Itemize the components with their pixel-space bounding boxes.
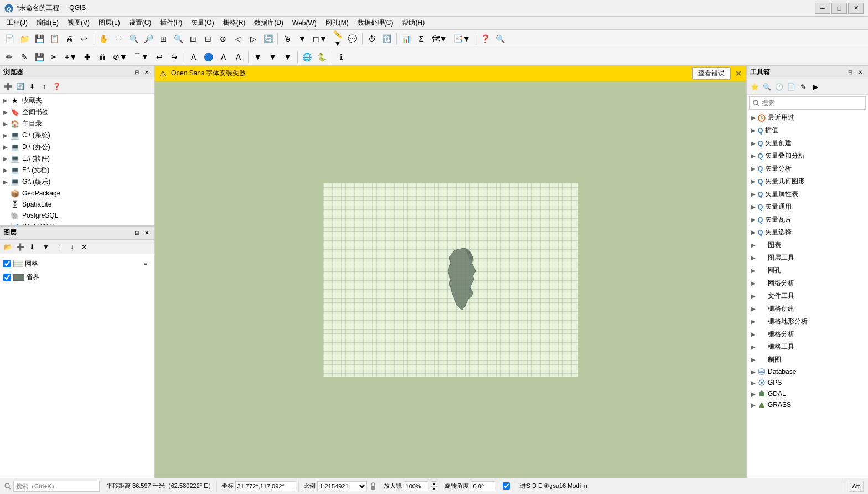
toolbox-item-cartography[interactable]: ▶ 制图 (747, 353, 868, 366)
zoom-full-button[interactable]: ⊟ (201, 32, 215, 46)
layers-float-btn[interactable]: ⊟ (132, 229, 141, 238)
browser-item-postgresql[interactable]: ▶ 🐘 PostgreSQL (0, 210, 154, 221)
toolbox-run-btn[interactable]: ▶ (810, 81, 821, 92)
zoom-in-button[interactable]: 🔍 (126, 32, 141, 46)
save-project-button[interactable]: 💾 (32, 32, 46, 46)
browser-item-spatialite[interactable]: ▶ 🗄 SpatiaLite (0, 199, 154, 210)
pan-to-button[interactable]: ↔ (111, 32, 126, 46)
toolbox-doc-btn[interactable]: 📄 (786, 81, 797, 92)
toolbox-item-charts[interactable]: ▶ 图表 (747, 239, 868, 251)
menu-mesh[interactable]: 网孔(M) (321, 17, 353, 29)
browser-collapse-btn[interactable]: ↑ (39, 81, 50, 92)
layers-add-btn[interactable]: ➕ (14, 241, 25, 253)
delete-btn[interactable]: 🗑 (95, 50, 110, 64)
search2-button[interactable]: 🔍 (493, 32, 508, 46)
browser-add-btn[interactable]: ➕ (2, 81, 13, 92)
save-as-button[interactable]: 📋 (47, 32, 61, 46)
browser-item-e[interactable]: ▶ 💻 E:\ (软件) (0, 153, 154, 164)
toolbox-item-vector-analysis[interactable]: ▶ Q 矢量分析 (747, 162, 868, 175)
python-btn[interactable]: 🐍 (315, 50, 329, 64)
toolbox-item-vector-select[interactable]: ▶ Q 矢量选择 (747, 226, 868, 239)
menu-view[interactable]: 视图(V) (63, 17, 94, 29)
sync-button[interactable]: 🔃 (380, 32, 394, 46)
deselect-button[interactable]: ◻▼ (310, 32, 330, 46)
refresh-button[interactable]: 🔄 (261, 32, 275, 46)
zoom-native-button[interactable]: ⊕ (216, 32, 230, 46)
annot3-btn[interactable]: ▼ (281, 50, 295, 64)
toolbox-history-btn[interactable]: 🕐 (773, 81, 784, 92)
add-feature-btn[interactable]: +▼ (62, 50, 80, 64)
layers-close-btn[interactable]: ✕ (142, 229, 151, 238)
label2-btn[interactable]: A (216, 50, 231, 64)
notification-close-button[interactable]: ✕ (735, 69, 742, 78)
label3-btn[interactable]: A (231, 50, 246, 64)
toolbox-item-layer-tools[interactable]: ▶ 图层工具 (747, 251, 868, 264)
rotation-input[interactable] (471, 481, 495, 491)
menu-raster[interactable]: 栅格(R) (219, 17, 250, 29)
redo-btn[interactable]: ↪ (167, 50, 182, 64)
toolbox-item-gps[interactable]: ▶ GPS (747, 377, 868, 388)
coord-input[interactable] (235, 481, 296, 491)
maximize-button[interactable]: □ (831, 3, 847, 14)
layers-open-btn[interactable]: 📂 (2, 241, 13, 253)
toolbox-favorites-btn[interactable]: ⭐ (749, 81, 760, 92)
browser-item-bookmarks[interactable]: ▶ 🔖 空间书签 (0, 106, 154, 118)
layout-button[interactable]: 🗺▼ (429, 32, 450, 46)
open-project-button[interactable]: 📁 (17, 32, 32, 46)
edit-btn[interactable]: ✎ (17, 50, 32, 64)
minimize-button[interactable]: ─ (815, 3, 830, 14)
zoom-rubber-button[interactable]: ⊞ (156, 32, 170, 46)
select-button[interactable]: ▼ (295, 32, 309, 46)
cut-btn[interactable]: ✂ (47, 50, 61, 64)
measure-button[interactable]: 📏▼ (330, 32, 345, 46)
menu-database[interactable]: 数据库(D) (250, 17, 288, 29)
reshape-btn[interactable]: ⌒▼ (131, 50, 152, 64)
toolbox-item-interpolation[interactable]: ▶ Q 插值 (747, 124, 868, 137)
annot-btn[interactable]: ▼ (251, 50, 265, 64)
map-canvas[interactable] (155, 81, 746, 478)
menu-edit[interactable]: 编辑(E) (32, 17, 63, 29)
toolbox-item-file-tools[interactable]: ▶ 文件工具 (747, 290, 868, 302)
toolbox-item-gdal[interactable]: ▶ GDAL (747, 388, 868, 399)
diagram-btn[interactable]: 🔵 (202, 50, 216, 64)
print-button[interactable]: 🖨 (62, 32, 76, 46)
toolbox-item-raster-analysis[interactable]: ▶ 栅格分析 (747, 328, 868, 341)
zoom-single-button[interactable]: 🔍 (171, 32, 185, 46)
close-button[interactable]: ✕ (848, 3, 864, 14)
layer-province-checkbox[interactable] (3, 274, 11, 281)
status-search-input[interactable] (13, 481, 100, 492)
toolbox-item-vector-tile[interactable]: ▶ Q 矢量瓦片 (747, 213, 868, 226)
pan-button[interactable]: ✋ (96, 32, 111, 46)
layers-action-btn[interactable]: ▼ (39, 241, 53, 253)
render-checkbox[interactable] (503, 482, 510, 490)
browser-close-btn[interactable]: ✕ (142, 68, 151, 77)
menu-layer[interactable]: 图层(L) (94, 17, 125, 29)
digitize-btn[interactable]: ✏ (2, 50, 17, 64)
toolbox-item-raster-tools[interactable]: ▶ 栅格工具 (747, 341, 868, 353)
browser-help-btn[interactable]: ❓ (51, 81, 62, 92)
att-button[interactable]: Att (849, 481, 864, 492)
layers-remove-btn[interactable]: ✕ (79, 241, 90, 253)
toolbox-item-vector-geometry[interactable]: ▶ Q 矢量几何图形 (747, 175, 868, 188)
toolbox-float-btn[interactable]: ⊟ (846, 68, 855, 77)
save-edit-btn[interactable]: 💾 (32, 50, 46, 64)
browser-item-c[interactable]: ▶ 💻 C:\ (系统) (0, 130, 154, 141)
qgis-logo-btn[interactable]: ℹ (334, 50, 349, 64)
scale-select[interactable]: 1:2154921 (317, 481, 367, 491)
help-button[interactable]: ❓ (478, 32, 493, 46)
sum-button[interactable]: Σ (414, 32, 428, 46)
toolbox-item-vector-overlay[interactable]: ▶ Q 矢量叠加分析 (747, 150, 868, 162)
annot2-btn[interactable]: ▼ (266, 50, 280, 64)
menu-project[interactable]: 工程(J) (2, 17, 32, 29)
toolbox-item-vector-general[interactable]: ▶ Q 矢量通用 (747, 200, 868, 213)
layers-filter-btn[interactable]: ⬇ (27, 241, 38, 253)
menu-processing[interactable]: 数据处理(C) (353, 17, 398, 29)
new-project-button[interactable]: 📄 (2, 32, 17, 46)
stat-button[interactable]: 📊 (399, 32, 414, 46)
zoom-last-button[interactable]: ◁ (231, 32, 245, 46)
browser-float-btn[interactable]: ⊟ (132, 68, 141, 77)
identify-button[interactable]: 🖱 (280, 32, 294, 46)
layer-grid-options-btn[interactable]: ≡ (140, 258, 151, 269)
magnify-down-btn[interactable]: ▼ (431, 486, 438, 491)
magnify-input[interactable] (404, 481, 428, 491)
